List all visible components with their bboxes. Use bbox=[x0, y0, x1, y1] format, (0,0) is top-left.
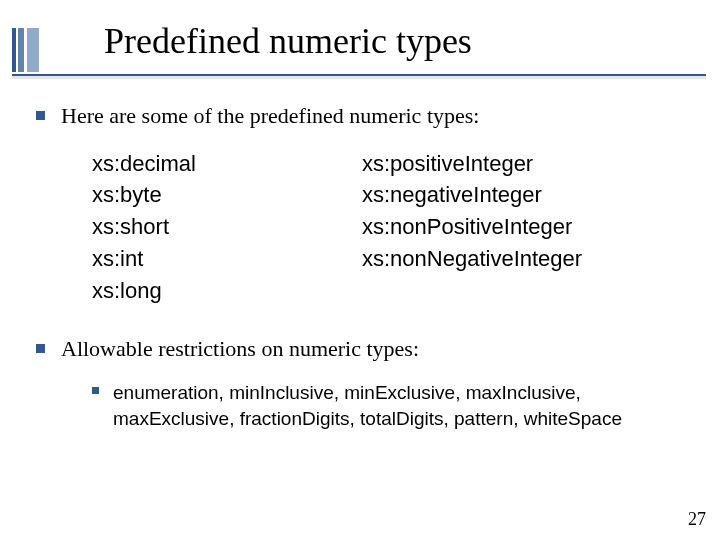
type-item: xs:nonPositiveInteger bbox=[362, 211, 582, 243]
type-item: xs:short bbox=[92, 211, 362, 243]
types-column-right: xs:positiveInteger xs:negativeInteger xs… bbox=[362, 148, 582, 307]
bullet-1-text: Here are some of the predefined numeric … bbox=[61, 102, 479, 130]
sub-bullet-block: enumeration, minInclusive, minExclusive,… bbox=[92, 380, 696, 431]
bullet-square-icon bbox=[36, 344, 45, 353]
types-column-left: xs:decimal xs:byte xs:short xs:int xs:lo… bbox=[92, 148, 362, 307]
title-underline-shadow bbox=[12, 76, 706, 79]
slide-title: Predefined numeric types bbox=[104, 20, 472, 62]
slide: Predefined numeric types Here are some o… bbox=[0, 0, 720, 540]
bullet-2: Allowable restrictions on numeric types: bbox=[36, 335, 696, 363]
bullet-square-icon bbox=[92, 387, 99, 394]
bullet-2-text: Allowable restrictions on numeric types: bbox=[61, 335, 419, 363]
type-item: xs:nonNegativeInteger bbox=[362, 243, 582, 275]
bullet-1: Here are some of the predefined numeric … bbox=[36, 102, 696, 130]
title-accent-bars bbox=[12, 28, 40, 72]
type-item: xs:long bbox=[92, 275, 362, 307]
restrictions-text: enumeration, minInclusive, minExclusive,… bbox=[113, 380, 683, 431]
types-columns: xs:decimal xs:byte xs:short xs:int xs:lo… bbox=[92, 148, 696, 307]
slide-body: Here are some of the predefined numeric … bbox=[36, 102, 696, 432]
page-number: 27 bbox=[688, 509, 706, 530]
sub-bullet-1: enumeration, minInclusive, minExclusive,… bbox=[92, 380, 696, 431]
type-item: xs:decimal bbox=[92, 148, 362, 180]
type-item: xs:positiveInteger bbox=[362, 148, 582, 180]
bullet-square-icon bbox=[36, 111, 45, 120]
type-item: xs:negativeInteger bbox=[362, 179, 582, 211]
type-item: xs:byte bbox=[92, 179, 362, 211]
type-item: xs:int bbox=[92, 243, 362, 275]
